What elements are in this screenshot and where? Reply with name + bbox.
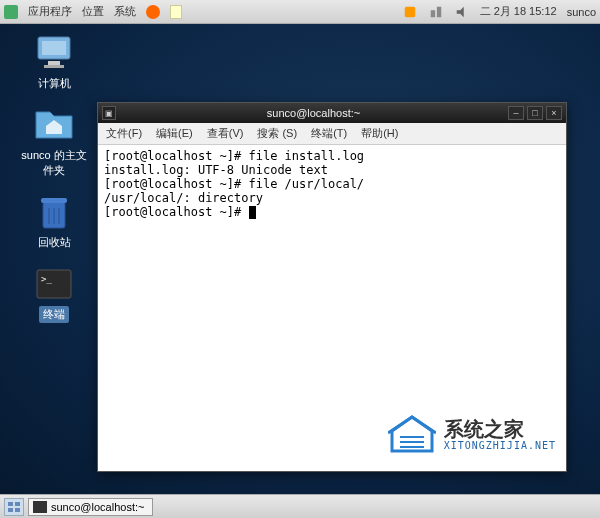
firefox-icon[interactable] [146,5,160,19]
network-icon[interactable] [428,4,444,20]
svg-rect-18 [8,502,13,506]
close-button[interactable]: × [546,106,562,120]
task-terminal-icon [33,501,47,513]
menu-help[interactable]: 帮助(H) [361,126,398,141]
menu-terminal[interactable]: 终端(T) [311,126,347,141]
svg-rect-20 [8,508,13,512]
svg-rect-19 [15,502,20,506]
home-folder-label: sunco 的主文件夹 [18,147,90,179]
terminal-line: [root@localhost ~]# file install.log [104,149,364,163]
home-folder-icon[interactable]: sunco 的主文件夹 [18,106,90,179]
terminal-window: ▣ sunco@localhost:~ – □ × 文件(F) 编辑(E) 查看… [97,102,567,472]
terminal-cursor [249,206,256,219]
svg-rect-9 [41,198,67,203]
terminal-line: /usr/local/: directory [104,191,263,205]
task-label: sunco@localhost:~ [51,501,144,513]
svg-rect-5 [42,41,66,55]
computer-icon[interactable]: 计算机 [33,34,75,92]
window-title: sunco@localhost:~ [122,107,505,119]
terminal-shortcut-icon[interactable]: >_ 终端 [33,265,75,323]
top-panel: 应用程序 位置 系统 二 2月 18 15:12 sunco [0,0,600,24]
applications-icon [4,5,18,19]
maximize-button[interactable]: □ [527,106,543,120]
menu-edit[interactable]: 编辑(E) [156,126,193,141]
system-menu[interactable]: 系统 [114,4,136,19]
desktop: 计算机 sunco 的主文件夹 回收站 >_ 终端 ▣ sunco@localh… [0,24,600,494]
svg-rect-6 [48,61,60,65]
watermark-title: 系统之家 [444,418,556,440]
svg-text:>_: >_ [41,274,52,284]
update-icon[interactable] [402,4,418,20]
show-desktop-button[interactable] [4,498,24,516]
menu-search[interactable]: 搜索 (S) [257,126,297,141]
places-menu[interactable]: 位置 [82,4,104,19]
minimize-button[interactable]: – [508,106,524,120]
trash-icon[interactable]: 回收站 [33,193,75,251]
clock[interactable]: 二 2月 18 15:12 [480,4,557,19]
taskbar-terminal[interactable]: sunco@localhost:~ [28,498,153,516]
svg-rect-21 [15,508,20,512]
volume-icon[interactable] [454,4,470,20]
terminal-window-icon: ▣ [102,106,116,120]
user-menu[interactable]: sunco [567,6,596,18]
terminal-body[interactable]: [root@localhost ~]# file install.log ins… [98,145,566,471]
svg-rect-7 [44,65,64,68]
menu-view[interactable]: 查看(V) [207,126,244,141]
terminal-menubar: 文件(F) 编辑(E) 查看(V) 搜索 (S) 终端(T) 帮助(H) [98,123,566,145]
computer-label: 计算机 [36,75,73,92]
watermark: 系统之家 XITONGZHIJIA.NET [388,415,556,453]
terminal-line: install.log: UTF-8 Unicode text [104,163,328,177]
apps-menu[interactable]: 应用程序 [28,4,72,19]
terminal-line: [root@localhost ~]# file /usr/local/ [104,177,364,191]
watermark-subtitle: XITONGZHIJIA.NET [444,440,556,451]
svg-marker-3 [456,6,463,17]
trash-label: 回收站 [36,234,73,251]
svg-rect-2 [436,6,440,17]
notes-icon[interactable] [170,5,182,19]
menu-file[interactable]: 文件(F) [106,126,142,141]
svg-rect-1 [430,10,434,17]
terminal-shortcut-label: 终端 [39,306,69,323]
terminal-line: [root@localhost ~]# [104,205,249,219]
window-titlebar[interactable]: ▣ sunco@localhost:~ – □ × [98,103,566,123]
bottom-panel: sunco@localhost:~ [0,494,600,518]
svg-rect-0 [404,6,415,17]
watermark-house-icon [388,415,436,453]
